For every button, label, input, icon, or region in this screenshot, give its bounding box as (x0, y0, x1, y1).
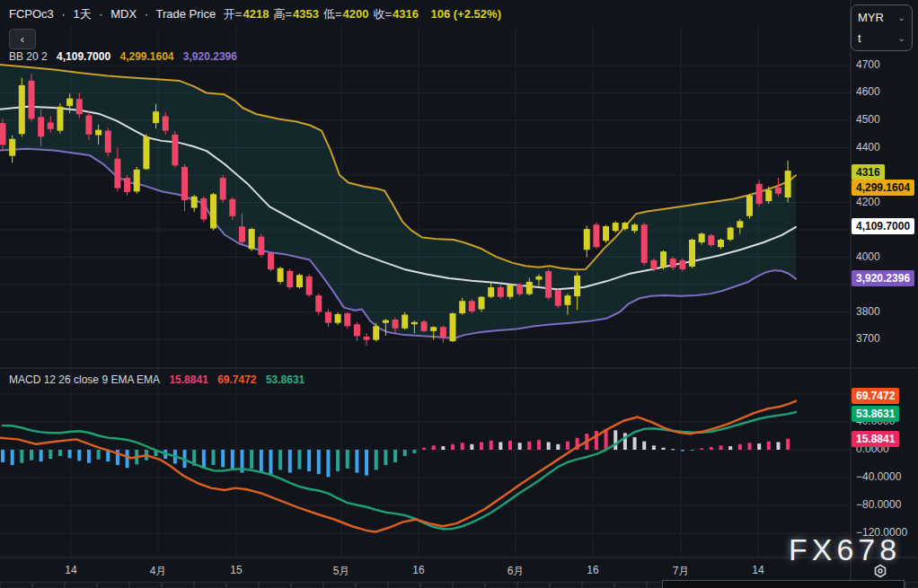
bottom-strip-cell (517, 582, 550, 588)
macd-histogram-bar (518, 443, 522, 450)
candle-body (641, 224, 648, 263)
bollinger-fill (0, 65, 796, 338)
ohlc-value: 4218 (243, 7, 269, 21)
currency-unit-selector[interactable]: MYR ⌄ t ⌄ (851, 4, 913, 51)
macd-histogram-bar (40, 450, 43, 461)
candle-body (393, 320, 399, 329)
macd-histogram-bar (20, 450, 23, 463)
candle-body (239, 226, 245, 241)
candle-body (383, 320, 389, 323)
candle-body (622, 223, 628, 229)
bottom-strip-cell (582, 582, 614, 588)
change-value: 106 (+2.52%) (431, 7, 501, 21)
macd-histogram-bar (307, 450, 311, 471)
macd-histogram-bar (652, 445, 656, 450)
bottom-strip-cell (485, 582, 517, 588)
candle-body (191, 197, 198, 208)
macd-histogram-bar (613, 430, 617, 450)
candle-body (785, 171, 791, 197)
candle-body (708, 235, 714, 245)
macd-histogram-bar (11, 450, 14, 465)
symbol-name[interactable]: FCPOc3 (9, 7, 54, 21)
macd-histogram-bar (547, 442, 551, 450)
candle-body (76, 99, 83, 114)
chart-header: FCPOc3 · 1天 · MDX · Trade Price 开=4218高=… (9, 6, 506, 22)
price-badge: 4316 (852, 164, 885, 180)
candle-body (746, 196, 753, 216)
macd-histogram-bar (633, 437, 637, 450)
candle-body (364, 337, 370, 340)
macd-histogram-bar (77, 450, 81, 461)
macd-histogram-bar (508, 441, 512, 450)
price-axis-label: 4700 (856, 58, 880, 71)
macd-histogram-bar (326, 450, 330, 477)
candle-body (679, 260, 685, 269)
macd-legend[interactable]: MACD 12 26 close 9 EMA EMA 15.8841 69.74… (9, 373, 311, 386)
ohlc-label: 开= (224, 7, 243, 21)
bottom-strip-cell (420, 582, 453, 588)
macd-histogram-bar (1, 450, 4, 462)
candle-body (430, 327, 437, 331)
candle-body (258, 237, 264, 255)
macd-histogram-bar (260, 450, 263, 471)
candle-body (756, 184, 763, 204)
macd-histogram-bar (480, 442, 483, 450)
bottom-strip-cell (453, 582, 485, 588)
macd-signal-value: 53.8631 (266, 373, 305, 386)
bottom-strip-cell (388, 582, 420, 588)
currency-dropdown[interactable]: MYR ⌄ (858, 11, 905, 24)
macd-histogram-bar (595, 431, 598, 450)
candle-body (105, 131, 111, 153)
macd-histogram-bar (202, 450, 206, 469)
bottom-strip-cell (0, 582, 32, 588)
macd-histogram-bar (384, 450, 387, 465)
candle-body (200, 198, 207, 219)
macd-histogram-bar (728, 446, 732, 450)
macd-histogram-bar (499, 442, 502, 450)
time-axis-label: 16 (412, 564, 424, 576)
candle-body (584, 229, 590, 250)
candle-body (278, 268, 284, 282)
macd-line-value: 69.7472 (217, 373, 256, 386)
price-axis-label: 4600 (856, 85, 880, 98)
macd-histogram-bar (461, 443, 464, 450)
price-badge: 3,920.2396 (852, 270, 914, 286)
candle-body (574, 276, 580, 296)
candle-body (153, 111, 159, 123)
ohlc-label: 收= (373, 7, 392, 21)
bb-upper-value: 4,299.1604 (119, 50, 173, 63)
bb-legend[interactable]: BB 20 2 4,109.7000 4,299.1604 3,920.2396 (9, 50, 243, 63)
bottom-strip-cell (97, 582, 129, 588)
chart-canvas[interactable] (0, 0, 918, 588)
bb-label: BB 20 2 (9, 50, 48, 63)
candle-body (181, 167, 188, 200)
macd-axis-label: −80.0000 (856, 498, 901, 511)
macd-histogram-bar (537, 440, 541, 450)
bottom-strip-cell (905, 582, 918, 588)
candle-body (57, 107, 63, 131)
bottom-strip-cell (614, 582, 647, 588)
macd-histogram-bar (441, 446, 445, 450)
macd-histogram-bar (221, 450, 225, 467)
macd-histogram-bar (355, 450, 358, 473)
candle-body (335, 314, 341, 323)
settings-gear-icon[interactable] (870, 562, 890, 582)
candle-body (296, 275, 303, 287)
candle-body (95, 130, 102, 136)
macd-histogram-bar (662, 448, 666, 450)
back-button[interactable]: ‹ (9, 29, 36, 49)
macd-histogram-bar (297, 450, 301, 470)
unit-dropdown[interactable]: t ⌄ (858, 31, 905, 45)
macd-histogram-bar (470, 444, 473, 450)
candle-body (775, 188, 781, 194)
candle-body (670, 259, 676, 268)
candle-body (344, 313, 350, 326)
bottom-highlight-box (662, 580, 905, 588)
interval-label[interactable]: 1天 (73, 7, 91, 21)
macd-histogram-bar (432, 445, 436, 450)
time-axis-label: 6月 (508, 564, 525, 579)
macd-histogram-bar (278, 450, 282, 470)
candle-body (440, 327, 446, 338)
bottom-strip-cell (226, 582, 259, 588)
macd-histogram-bar (691, 450, 694, 451)
